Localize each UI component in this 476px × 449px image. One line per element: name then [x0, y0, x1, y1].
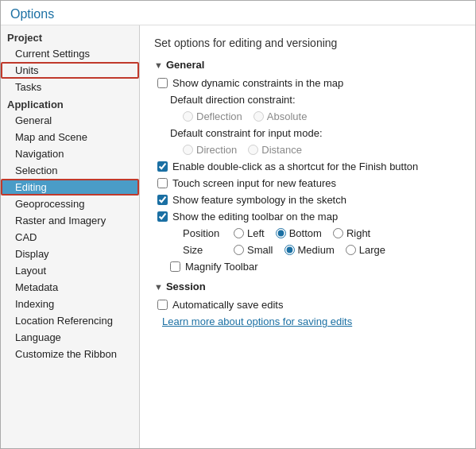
- large-size-radio[interactable]: [346, 245, 356, 255]
- sidebar-item-cad[interactable]: CAD: [1, 229, 139, 246]
- session-section-label: Session: [166, 281, 206, 292]
- auto-save-row: Automatically save edits: [154, 299, 461, 311]
- show-editing-toolbar-checkbox[interactable]: [157, 211, 168, 222]
- direction-radio[interactable]: [183, 145, 193, 155]
- sidebar-item-raster[interactable]: Raster and Imagery: [1, 212, 139, 229]
- absolute-option: Absolute: [253, 110, 308, 122]
- touch-screen-row: Touch screen input for new features: [154, 177, 461, 189]
- small-size-radio[interactable]: [234, 245, 244, 255]
- sidebar-item-language[interactable]: Language: [1, 329, 139, 346]
- absolute-label: Absolute: [267, 110, 308, 122]
- default-input-label: Default constraint for input mode:: [170, 127, 323, 139]
- content-area: Project Current Settings Units Tasks App…: [1, 25, 475, 448]
- position-label: Position: [183, 227, 223, 239]
- show-feature-symbology-checkbox[interactable]: [157, 195, 168, 205]
- sidebar-section-application: Application: [1, 95, 139, 112]
- show-editing-toolbar-row: Show the editing toolbar on the map: [154, 211, 461, 223]
- distance-option: Distance: [248, 144, 302, 156]
- medium-size-option: Medium: [284, 244, 335, 256]
- size-label: Size: [183, 244, 223, 256]
- general-section-label: General: [166, 59, 204, 71]
- deflection-label: Deflection: [196, 110, 242, 122]
- left-position-radio[interactable]: [234, 228, 244, 238]
- sidebar-item-geoprocessing[interactable]: Geoprocessing: [1, 195, 139, 212]
- small-size-label: Small: [247, 244, 273, 256]
- magnify-toolbar-row: Magnify Toolbar: [154, 261, 461, 273]
- sidebar-item-general-app[interactable]: General: [1, 112, 139, 129]
- default-direction-label: Default direction constraint:: [170, 94, 296, 106]
- absolute-radio[interactable]: [253, 111, 264, 122]
- sidebar: Project Current Settings Units Tasks App…: [1, 25, 140, 448]
- sidebar-item-tasks[interactable]: Tasks: [1, 79, 139, 95]
- large-size-label: Large: [359, 244, 385, 256]
- sidebar-item-units[interactable]: Units: [1, 62, 139, 79]
- auto-save-label: Automatically save edits: [172, 299, 283, 311]
- window-title: Options: [10, 7, 54, 21]
- bottom-position-radio[interactable]: [276, 228, 286, 238]
- magnify-toolbar-label: Magnify Toolbar: [185, 261, 258, 273]
- sidebar-item-display[interactable]: Display: [1, 246, 139, 262]
- medium-size-radio[interactable]: [284, 245, 295, 255]
- general-section-header: ▼ General: [154, 59, 461, 71]
- direction-option: Direction: [183, 144, 237, 156]
- sidebar-item-current-settings[interactable]: Current Settings: [1, 45, 139, 62]
- show-dynamic-constraints-checkbox[interactable]: [157, 78, 168, 88]
- right-position-label: Right: [346, 227, 370, 239]
- distance-label: Distance: [261, 144, 302, 156]
- show-editing-toolbar-label: Show the editing toolbar on the map: [172, 211, 338, 223]
- sidebar-item-navigation[interactable]: Navigation: [1, 145, 139, 162]
- sidebar-item-metadata[interactable]: Metadata: [1, 279, 139, 296]
- enable-double-click-label: Enable double-click as a shortcut for th…: [172, 161, 418, 172]
- input-mode-group: Direction Distance: [154, 144, 461, 156]
- direction-label: Direction: [196, 144, 237, 156]
- auto-save-checkbox[interactable]: [157, 300, 168, 310]
- options-window: Options Project Current Settings Units T…: [0, 0, 476, 449]
- deflection-radio[interactable]: [183, 111, 193, 122]
- show-dynamic-constraints-label: Show dynamic constraints in the map: [172, 77, 343, 89]
- distance-radio[interactable]: [248, 145, 258, 155]
- sidebar-item-selection[interactable]: Selection: [1, 162, 139, 179]
- magnify-toolbar-checkbox[interactable]: [170, 261, 180, 272]
- bottom-position-label: Bottom: [289, 227, 322, 239]
- left-position-label: Left: [247, 227, 265, 239]
- touch-screen-label: Touch screen input for new features: [172, 177, 336, 189]
- sidebar-item-layout[interactable]: Layout: [1, 262, 139, 279]
- small-size-option: Small: [234, 244, 273, 256]
- left-position-option: Left: [234, 227, 265, 239]
- general-arrow: ▼: [154, 60, 163, 70]
- deflection-option: Deflection: [183, 110, 242, 122]
- sidebar-item-editing[interactable]: Editing: [1, 179, 139, 195]
- show-feature-symbology-label: Show feature symbology in the sketch: [172, 194, 346, 206]
- learn-more-link[interactable]: Learn more about options for saving edit…: [162, 315, 352, 327]
- medium-size-label: Medium: [298, 244, 335, 256]
- size-row: Size Small Medium Large: [154, 244, 461, 256]
- sidebar-item-customize-ribbon[interactable]: Customize the Ribbon: [1, 346, 139, 362]
- right-position-option: Right: [333, 227, 370, 239]
- sidebar-item-indexing[interactable]: Indexing: [1, 296, 139, 312]
- direction-constraint-group: Deflection Absolute: [154, 110, 461, 122]
- touch-screen-checkbox[interactable]: [157, 178, 168, 188]
- session-section-header: ▼ Session: [154, 281, 461, 292]
- session-arrow: ▼: [154, 282, 163, 292]
- sidebar-item-location-ref[interactable]: Location Referencing: [1, 312, 139, 329]
- enable-double-click-checkbox[interactable]: [157, 161, 168, 172]
- learn-more-row: Learn more about options for saving edit…: [154, 315, 461, 327]
- enable-double-click-row: Enable double-click as a shortcut for th…: [154, 161, 461, 172]
- default-direction-row: Default direction constraint:: [154, 94, 461, 106]
- title-bar: Options: [1, 1, 475, 25]
- sidebar-item-map-scene[interactable]: Map and Scene: [1, 129, 139, 145]
- main-panel: Set options for editing and versioning ▼…: [140, 25, 475, 448]
- sidebar-section-project: Project: [1, 29, 139, 45]
- right-position-radio[interactable]: [333, 228, 343, 238]
- default-input-row: Default constraint for input mode:: [154, 127, 461, 139]
- large-size-option: Large: [346, 244, 385, 256]
- show-dynamic-constraints-row: Show dynamic constraints in the map: [154, 77, 461, 89]
- bottom-position-option: Bottom: [276, 227, 322, 239]
- position-row: Position Left Bottom Right: [154, 227, 461, 239]
- show-feature-symbology-row: Show feature symbology in the sketch: [154, 194, 461, 206]
- main-title: Set options for editing and versioning: [154, 37, 461, 49]
